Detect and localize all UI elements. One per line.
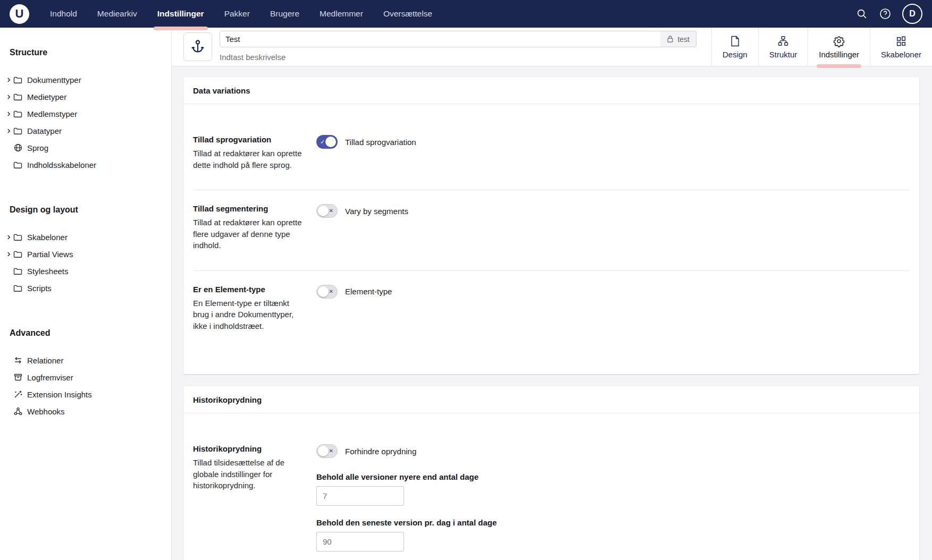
sidebar-item-relationer[interactable]: Relationer bbox=[0, 352, 171, 369]
top-nav-actions: D bbox=[855, 4, 922, 24]
tab-skabeloner[interactable]: Skabeloner bbox=[870, 28, 932, 66]
sidebar-item-stylesheets[interactable]: Stylesheets bbox=[0, 262, 171, 279]
name-input[interactable] bbox=[220, 31, 660, 47]
nav-item-indhold[interactable]: Indhold bbox=[42, 0, 85, 28]
folder-icon bbox=[13, 161, 22, 169]
field-label: Behold den seneste version pr. dag i ant… bbox=[316, 518, 910, 527]
chevron-right-icon[interactable] bbox=[4, 94, 13, 100]
sidebar-item-label: Relationer bbox=[27, 356, 63, 365]
sidebar-item-label: Stylesheets bbox=[27, 267, 69, 276]
chevron-right-icon[interactable] bbox=[4, 251, 13, 257]
nav-item-medlemmer[interactable]: Medlemmer bbox=[312, 0, 371, 28]
behold-alle-versioner-input[interactable] bbox=[316, 486, 404, 506]
property-description: Tillad at redaktører kan oprette dette i… bbox=[193, 148, 303, 171]
nav-item-oversaettelse[interactable]: Oversættelse bbox=[375, 0, 440, 28]
toggle-vary-by-segments[interactable]: ✕ bbox=[316, 204, 338, 218]
toggle-tillad-sprogvariation[interactable]: ✓ bbox=[316, 135, 338, 149]
help-icon[interactable] bbox=[879, 7, 892, 20]
settings-tree-sidebar: Structure Dokumenttyper Medietyper Medle… bbox=[0, 28, 172, 560]
sidebar-item-medietyper[interactable]: Medietyper bbox=[0, 88, 171, 105]
toggle-element-type[interactable]: ✕ bbox=[316, 285, 338, 299]
chevron-right-icon[interactable] bbox=[4, 111, 13, 117]
card-historikoprydning: Historikoprydning Historikoprydning Till… bbox=[183, 386, 919, 560]
search-icon[interactable] bbox=[855, 7, 868, 20]
tab-indstillinger[interactable]: Indstillinger bbox=[808, 28, 870, 66]
sidebar-item-datatyper[interactable]: Datatyper bbox=[0, 122, 171, 139]
sidebar-item-webhooks[interactable]: Webhooks bbox=[0, 403, 171, 420]
active-nav-underline bbox=[154, 27, 208, 30]
sidebar-section-structure: Structure Dokumenttyper Medietyper Medle… bbox=[0, 44, 171, 173]
lock-icon bbox=[667, 35, 674, 43]
tab-design[interactable]: Design bbox=[711, 28, 758, 66]
relations-icon bbox=[13, 356, 22, 364]
alias-chip[interactable]: test bbox=[660, 31, 696, 47]
document-type-anchor-icon-button[interactable] bbox=[183, 32, 212, 61]
sidebar-section-design-og-layout: Design og layout Skabeloner Partial View… bbox=[0, 201, 171, 296]
toggle-knob bbox=[318, 286, 329, 297]
card-title: Historikoprydning bbox=[183, 386, 919, 413]
nav-item-indstillinger[interactable]: Indstillinger bbox=[149, 0, 212, 28]
cross-icon: ✕ bbox=[329, 448, 333, 454]
document-icon bbox=[729, 35, 741, 47]
sidebar-item-medlemstyper[interactable]: Medlemstyper bbox=[0, 105, 171, 122]
sidebar-section-title: Structure bbox=[0, 44, 171, 71]
behold-seneste-version-input[interactable] bbox=[316, 532, 404, 551]
active-tab-underline bbox=[817, 64, 861, 68]
card-title: Data variations bbox=[183, 77, 919, 104]
sidebar-section-advanced: Advanced Relationer Logfremviser Extensi… bbox=[0, 324, 171, 420]
field-behold-seneste-version: Behold den seneste version pr. dag i ant… bbox=[316, 518, 910, 551]
globe-icon bbox=[13, 143, 22, 152]
sidebar-item-label: Skabeloner bbox=[27, 233, 68, 242]
name-and-description: test bbox=[220, 28, 696, 66]
chevron-right-icon[interactable] bbox=[4, 128, 13, 134]
sidebar-item-label: Dokumenttyper bbox=[27, 75, 81, 84]
nav-item-brugere[interactable]: Brugere bbox=[262, 0, 307, 28]
sidebar-item-skabeloner[interactable]: Skabeloner bbox=[0, 228, 171, 245]
sidebar-item-logfremviser[interactable]: Logfremviser bbox=[0, 369, 171, 386]
wand-sparkles-icon bbox=[13, 390, 22, 398]
toggle-forhindre-oprydning[interactable]: ✕ bbox=[316, 444, 338, 458]
tab-struktur[interactable]: Struktur bbox=[758, 28, 808, 66]
property-row-tillad-sprogvariation: Tillad sprogvariation Tillad at redaktør… bbox=[193, 104, 910, 190]
nav-item-mediearkiv[interactable]: Mediearkiv bbox=[89, 0, 145, 28]
property-label: Tillad sprogvariation bbox=[193, 135, 303, 144]
cross-icon: ✕ bbox=[329, 289, 333, 294]
sidebar-item-indholdsskabeloner[interactable]: Indholdsskabeloner bbox=[0, 156, 171, 173]
card-data-variations: Data variations Tillad sprogvariation Ti… bbox=[183, 77, 919, 374]
property-label: Historikoprydning bbox=[193, 444, 303, 453]
sidebar-item-dokumenttyper[interactable]: Dokumenttyper bbox=[0, 71, 171, 88]
sidebar-item-partial-views[interactable]: Partial Views bbox=[0, 245, 171, 262]
folder-icon bbox=[13, 284, 22, 292]
property-description: Tillad at redaktører kan oprette flere u… bbox=[193, 217, 303, 251]
sidebar-item-sprog[interactable]: Sprog bbox=[0, 139, 171, 156]
top-navigation: U Indhold Mediearkiv Indstillinger Pakke… bbox=[0, 0, 932, 28]
chevron-right-icon[interactable] bbox=[4, 234, 13, 240]
property-label: Tillad segmentering bbox=[193, 204, 303, 213]
tab-label: Indstillinger bbox=[819, 50, 859, 59]
umbraco-logo-icon[interactable]: U bbox=[10, 4, 29, 24]
property-description: En Element-type er tiltænkt brug i andre… bbox=[193, 298, 303, 332]
sidebar-item-label: Scripts bbox=[27, 284, 52, 293]
settings-content[interactable]: Data variations Tillad sprogvariation Ti… bbox=[172, 66, 932, 560]
nav-item-pakker[interactable]: Pakker bbox=[216, 0, 258, 28]
description-input[interactable] bbox=[220, 51, 696, 63]
toggle-knob bbox=[318, 446, 329, 456]
tab-label: Design bbox=[723, 50, 748, 59]
nav-item-label: Indstillinger bbox=[157, 9, 204, 19]
sidebar-item-label: Indholdsskabeloner bbox=[27, 160, 96, 169]
sidebar-item-label: Sprog bbox=[27, 143, 48, 152]
sidebar-item-scripts[interactable]: Scripts bbox=[0, 279, 171, 296]
grid-icon bbox=[895, 35, 907, 47]
gear-icon bbox=[833, 35, 845, 47]
hierarchy-icon bbox=[777, 35, 789, 47]
folder-icon bbox=[13, 233, 22, 241]
property-description: Tillad tilsidesættelse af de globale ind… bbox=[193, 457, 303, 491]
user-avatar[interactable]: D bbox=[902, 4, 922, 24]
folder-icon bbox=[13, 127, 22, 135]
toggle-label: Vary by segments bbox=[345, 207, 408, 216]
folder-icon bbox=[13, 93, 22, 101]
chevron-right-icon[interactable] bbox=[4, 77, 13, 83]
folder-icon bbox=[13, 267, 22, 275]
sidebar-item-label: Partial Views bbox=[27, 250, 73, 259]
sidebar-item-extension-insights[interactable]: Extension Insights bbox=[0, 386, 171, 403]
